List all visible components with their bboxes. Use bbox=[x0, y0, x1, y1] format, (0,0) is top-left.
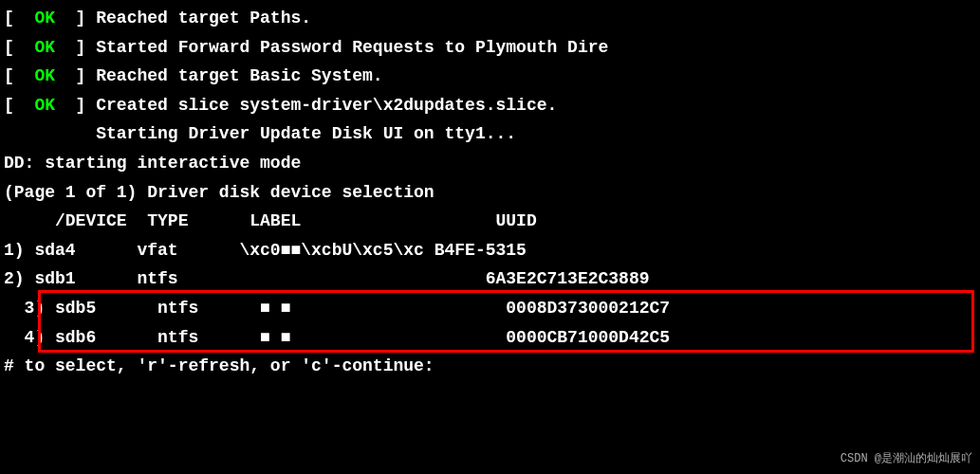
bracket: [ bbox=[4, 38, 34, 57]
boot-line-3: [ OK ] Reached target Basic System. bbox=[4, 62, 980, 91]
message: ] Reached target Basic System. bbox=[55, 66, 383, 85]
dd-mode-line: DD: starting interactive mode bbox=[4, 149, 980, 178]
ok-status: OK bbox=[34, 9, 55, 27]
ok-status: OK bbox=[34, 38, 55, 57]
boot-line-2: [ OK ] Started Forward Password Requests… bbox=[4, 33, 980, 63]
message: ] Reached target Paths. bbox=[55, 9, 311, 27]
device-row-1[interactable]: 1) sda4 vfat \xc0■■\xcbU\xc5\xc B4FE-531… bbox=[4, 236, 980, 265]
bracket: [ bbox=[4, 66, 34, 85]
message: ] Started Forward Password Requests to P… bbox=[55, 38, 608, 57]
message: ] Created slice system-driver\x2dupdates… bbox=[55, 96, 557, 115]
boot-line-5: Starting Driver Update Disk UI on tty1..… bbox=[4, 119, 980, 149]
ok-status: OK bbox=[34, 96, 55, 115]
watermark: CSDN @是潮汕的灿灿展吖 bbox=[841, 449, 972, 468]
device-row-2[interactable]: 2) sdb1 ntfs 6A3E2C713E2C3889 bbox=[4, 264, 980, 294]
ok-status: OK bbox=[34, 66, 55, 85]
table-header: /DEVICE TYPE LABEL UUID bbox=[4, 207, 980, 236]
boot-line-4: [ OK ] Created slice system-driver\x2dup… bbox=[4, 91, 980, 120]
bracket: [ bbox=[4, 9, 34, 27]
device-row-3[interactable]: 3) sdb5 ntfs ■ ■ 0008D373000212C7 bbox=[4, 294, 980, 323]
prompt-line[interactable]: # to select, 'r'-refresh, or 'c'-continu… bbox=[4, 352, 980, 381]
page-header: (Page 1 of 1) Driver disk device selecti… bbox=[4, 178, 980, 208]
device-row-4[interactable]: 4) sdb6 ntfs ■ ■ 0000CB71000D42C5 bbox=[4, 323, 980, 353]
bracket: [ bbox=[4, 96, 34, 115]
boot-line-1: [ OK ] Reached target Paths. bbox=[4, 4, 980, 33]
